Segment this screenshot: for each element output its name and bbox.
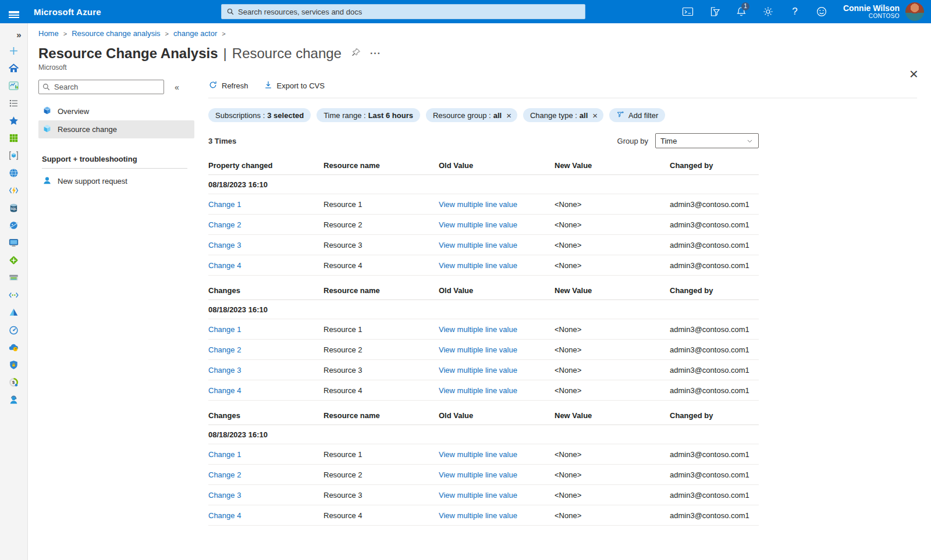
topbar-actions: 1? Connie Wilson CONTOSO <box>674 0 928 23</box>
menu-section-title: Support + troubleshooting <box>38 155 194 163</box>
change-link[interactable]: Change 4 <box>208 511 324 520</box>
remove-filter-icon[interactable]: × <box>592 111 598 120</box>
rail-item-all-resources[interactable] <box>1 130 27 148</box>
sidebar-item-new-support-request[interactable]: New support request <box>38 172 194 190</box>
change-link[interactable]: Change 3 <box>208 491 324 500</box>
topbar-directory-filter-icon[interactable] <box>701 0 728 23</box>
old-value-link[interactable]: View multiple line value <box>439 241 555 249</box>
topbar-cloud-shell-icon[interactable] <box>674 0 701 23</box>
old-value-link[interactable]: View multiple line value <box>439 200 555 209</box>
group-by-select[interactable]: Time <box>655 133 759 148</box>
change-link[interactable]: Change 2 <box>208 345 324 354</box>
change-link[interactable]: Change 1 <box>208 450 324 459</box>
topbar-feedback-icon[interactable] <box>808 0 835 23</box>
old-value-link[interactable]: View multiple line value <box>439 345 555 354</box>
old-value-link[interactable]: View multiple line value <box>439 511 555 520</box>
old-value-link[interactable]: View multiple line value <box>439 220 555 229</box>
old-value-link[interactable]: View multiple line value <box>439 491 555 500</box>
changed-by-cell: admin3@contoso.com1 <box>670 220 759 229</box>
breadcrumb-link[interactable]: Resource change analysis <box>72 29 160 38</box>
change-link[interactable]: Change 2 <box>208 220 324 229</box>
change-link[interactable]: Change 3 <box>208 366 324 374</box>
refresh-button[interactable]: Refresh <box>208 80 248 91</box>
rail-item-dashboard[interactable] <box>1 78 27 95</box>
rail-item-home[interactable] <box>1 60 27 78</box>
resource-name-cell: Resource 3 <box>324 491 439 500</box>
rail-item-load-balancer[interactable] <box>1 252 27 270</box>
change-link[interactable]: Change 4 <box>208 261 324 270</box>
column-header: New Value <box>555 161 670 170</box>
sidebar-item-label: Resource change <box>58 125 117 134</box>
search-icon <box>42 83 51 91</box>
rail-item-help-support[interactable] <box>1 392 27 409</box>
change-link[interactable]: Change 1 <box>208 325 324 334</box>
new-value-cell: <None> <box>555 261 670 270</box>
rail-item-azure-ad[interactable] <box>1 305 27 322</box>
topbar-settings-icon[interactable] <box>755 0 781 23</box>
filter-pill-2[interactable]: Time range :Last 6 hours <box>317 108 420 122</box>
rail-item-resource-groups[interactable] <box>1 148 27 165</box>
rail-item-storage-account[interactable] <box>1 270 27 287</box>
rail-item-cost-management[interactable]: $ <box>1 374 27 392</box>
topbar-help-icon[interactable]: ? <box>781 0 808 23</box>
menu-search-input[interactable] <box>38 80 164 94</box>
close-icon[interactable]: × <box>909 66 918 81</box>
breadcrumb-link[interactable]: Home <box>38 29 59 38</box>
filter-pill-3[interactable]: Resource group :all× <box>426 108 517 122</box>
change-link[interactable]: Change 3 <box>208 241 324 249</box>
old-value-link[interactable]: View multiple line value <box>439 325 555 334</box>
hamburger-menu-icon[interactable] <box>0 0 28 23</box>
table-group: Property changedResource nameOld ValueNe… <box>208 156 759 276</box>
breadcrumb-separator-icon: > <box>63 30 67 37</box>
change-link[interactable]: Change 4 <box>208 386 324 395</box>
avatar[interactable] <box>905 2 924 21</box>
rail-item-app-services[interactable] <box>1 165 27 183</box>
change-link[interactable]: Change 1 <box>208 200 324 209</box>
column-header: Resource name <box>324 286 439 295</box>
pin-icon[interactable] <box>351 48 361 59</box>
change-link[interactable]: Change 2 <box>208 470 324 479</box>
collapse-menu-icon[interactable]: « <box>175 83 179 92</box>
remove-filter-icon[interactable]: × <box>506 111 511 120</box>
rail-item-sql-database[interactable]: SQL <box>1 200 27 217</box>
old-value-link[interactable]: View multiple line value <box>439 470 555 479</box>
rail-item-function-app[interactable] <box>1 183 27 200</box>
all-resources-icon <box>8 133 19 145</box>
rail-item-security-center[interactable] <box>1 357 27 374</box>
rail-item-all-services[interactable] <box>1 95 27 113</box>
sidebar-item-overview[interactable]: Overview <box>38 102 194 120</box>
rail-item-monitor[interactable] <box>1 322 27 340</box>
filter-pill-4[interactable]: Change type :all× <box>523 108 603 122</box>
result-count: 3 Times <box>208 137 236 145</box>
filter-pill-1[interactable]: Subscriptions :3 selected <box>208 108 311 122</box>
old-value-link[interactable]: View multiple line value <box>439 261 555 270</box>
add-filter-button[interactable]: Add filter <box>609 108 665 122</box>
rail-item-cosmos-db[interactable] <box>1 217 27 235</box>
global-search-input[interactable] <box>238 8 580 16</box>
rail-item-create-resource[interactable] <box>1 43 27 60</box>
changed-by-cell: admin3@contoso.com1 <box>670 345 759 354</box>
sidebar-item-resource-change[interactable]: Resource change <box>38 120 194 138</box>
breadcrumb-link[interactable]: change actor <box>173 29 217 38</box>
table-row: Change 3Resource 3View multiple line val… <box>208 485 759 505</box>
column-header: Changes <box>208 411 324 420</box>
topbar-notifications-icon[interactable]: 1 <box>728 0 755 23</box>
old-value-link[interactable]: View multiple line value <box>439 450 555 459</box>
rail-item-virtual-network[interactable] <box>1 287 27 305</box>
column-header: Old Value <box>439 161 555 170</box>
more-options-icon[interactable]: ··· <box>370 48 381 59</box>
main-content: RefreshExport to CVS Subscriptions :3 se… <box>194 76 931 526</box>
rail-item-favorites[interactable] <box>1 113 27 130</box>
global-search <box>221 4 585 19</box>
old-value-link[interactable]: View multiple line value <box>439 386 555 395</box>
person-icon <box>42 175 52 187</box>
rail-item-advisor[interactable] <box>1 340 27 357</box>
table-row: Change 4Resource 4View multiple line val… <box>208 255 759 276</box>
rail-expand-button[interactable]: » <box>1 26 27 43</box>
notification-badge: 1 <box>741 2 749 10</box>
filter-label: Subscriptions : <box>215 111 265 120</box>
rail-item-virtual-machine[interactable] <box>1 235 27 252</box>
new-value-cell: <None> <box>555 386 670 395</box>
old-value-link[interactable]: View multiple line value <box>439 366 555 374</box>
export-button[interactable]: Export to CVS <box>264 80 325 91</box>
